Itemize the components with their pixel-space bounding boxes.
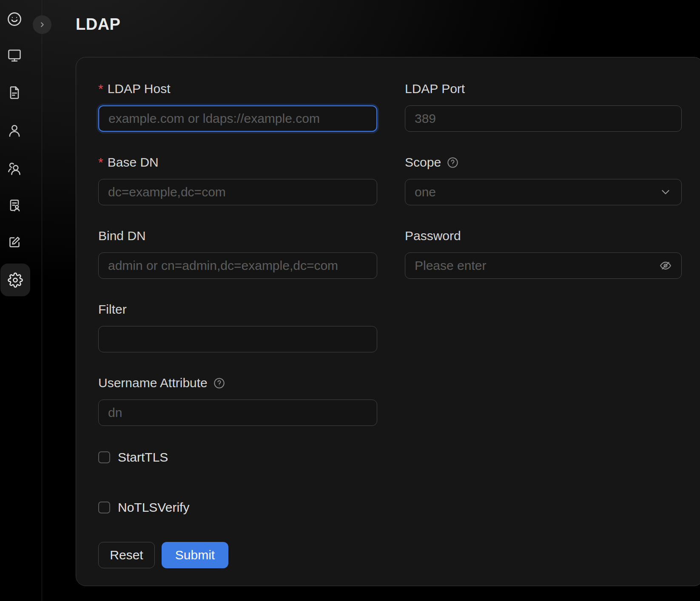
ldap-port-label: LDAP Port xyxy=(405,82,682,95)
username-attribute-label: Username Attribute xyxy=(98,377,377,389)
bind-dn-input[interactable] xyxy=(98,252,377,279)
ldap-host-input[interactable] xyxy=(98,105,377,132)
notlsverify-checkbox-row[interactable]: NoTLSVerify xyxy=(98,500,377,515)
ldap-port-field: LDAP Port xyxy=(405,82,682,132)
sidebar-item-user[interactable] xyxy=(6,122,23,139)
username-attribute-label-text: Username Attribute xyxy=(98,376,208,390)
password-input-wrap xyxy=(405,252,682,279)
base-dn-field: * Base DN xyxy=(98,156,377,205)
username-attribute-field: Username Attribute xyxy=(98,377,377,426)
scope-field: Scope one xyxy=(405,156,682,205)
starttls-checkbox-row[interactable]: StartTLS xyxy=(98,450,377,465)
sidebar-item-dashboard[interactable] xyxy=(6,46,23,64)
starttls-checkbox[interactable] xyxy=(98,451,110,463)
edit-icon xyxy=(7,235,22,250)
page-title: LDAP xyxy=(76,15,120,34)
password-label-text: Password xyxy=(405,229,461,243)
required-asterisk: * xyxy=(98,155,103,170)
notlsverify-checkbox-label[interactable]: NoTLSVerify xyxy=(118,500,189,515)
chevron-down-icon xyxy=(659,186,672,198)
sidebar-item-documents[interactable] xyxy=(6,84,23,102)
bind-dn-field: Bind DN xyxy=(98,230,377,279)
password-field: Password xyxy=(405,230,682,279)
user-icon xyxy=(7,123,22,138)
base-dn-label-text: Base DN xyxy=(108,155,159,170)
scope-label: Scope xyxy=(405,156,682,169)
filter-label: Filter xyxy=(98,303,377,316)
audit-document-icon xyxy=(7,198,22,213)
bind-dn-label-text: Bind DN xyxy=(98,229,146,243)
monitor-icon xyxy=(7,48,22,63)
bind-dn-label: Bind DN xyxy=(98,230,377,242)
question-circle-icon[interactable] xyxy=(213,377,225,389)
filter-label-text: Filter xyxy=(98,302,127,317)
scope-select[interactable]: one xyxy=(405,179,682,205)
scope-select-value: one xyxy=(415,185,436,199)
required-asterisk: * xyxy=(98,82,103,96)
settings-gear-icon xyxy=(8,272,23,288)
reset-button[interactable]: Reset xyxy=(98,542,155,568)
ldap-host-label: * LDAP Host xyxy=(98,82,377,95)
sidebar-item-editor[interactable] xyxy=(6,233,23,251)
ldap-port-label-text: LDAP Port xyxy=(405,82,465,96)
sidebar xyxy=(0,0,42,601)
question-circle-icon[interactable] xyxy=(447,157,458,168)
sidebar-collapse-button[interactable] xyxy=(33,15,51,34)
starttls-checkbox-label[interactable]: StartTLS xyxy=(118,450,168,465)
eye-off-icon[interactable] xyxy=(659,259,672,272)
ldap-host-label-text: LDAP Host xyxy=(108,82,171,96)
document-icon xyxy=(7,85,22,100)
ldap-form: * LDAP Host * Base DN Bind DN xyxy=(98,82,700,568)
password-label: Password xyxy=(405,230,682,242)
form-column-right: LDAP Port Scope one xyxy=(405,82,682,568)
chevron-right-icon xyxy=(37,20,47,29)
scope-label-text: Scope xyxy=(405,155,441,170)
ldap-host-field: * LDAP Host xyxy=(98,82,377,132)
base-dn-input[interactable] xyxy=(98,179,377,205)
notlsverify-checkbox[interactable] xyxy=(98,502,110,513)
username-attribute-input[interactable] xyxy=(98,400,377,426)
users-icon xyxy=(7,161,22,176)
password-input[interactable] xyxy=(405,252,682,279)
sidebar-item-settings[interactable] xyxy=(0,264,30,296)
sidebar-item-audit-logs[interactable] xyxy=(6,196,23,214)
sidebar-item-user-groups[interactable] xyxy=(6,160,23,178)
form-column-left: * LDAP Host * Base DN Bind DN xyxy=(98,82,377,568)
form-actions: Reset Submit xyxy=(98,542,377,568)
ldap-settings-panel: * LDAP Host * Base DN Bind DN xyxy=(76,57,700,586)
ldap-port-input[interactable] xyxy=(405,105,682,132)
base-dn-label: * Base DN xyxy=(98,156,377,169)
filter-input[interactable] xyxy=(98,326,377,352)
filter-field: Filter xyxy=(98,303,377,352)
submit-button[interactable]: Submit xyxy=(162,542,228,568)
smiley-face-icon xyxy=(6,11,23,27)
